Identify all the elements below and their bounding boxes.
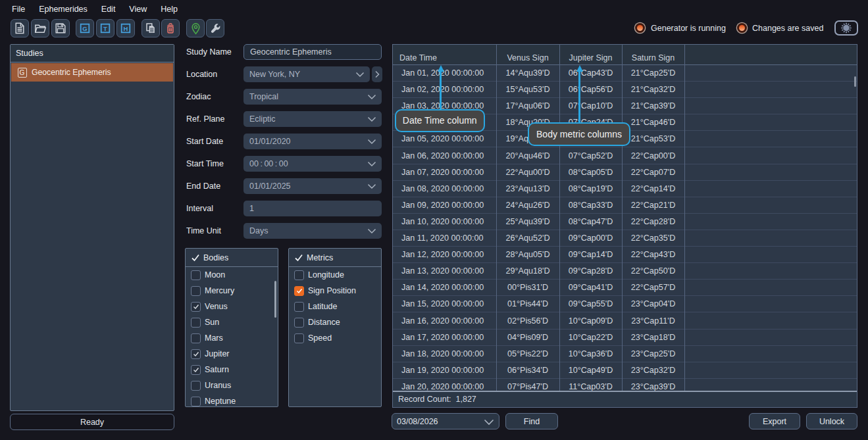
svg-text:T: T	[103, 25, 107, 32]
svg-text:G: G	[82, 25, 87, 32]
svg-text:H: H	[123, 25, 128, 32]
